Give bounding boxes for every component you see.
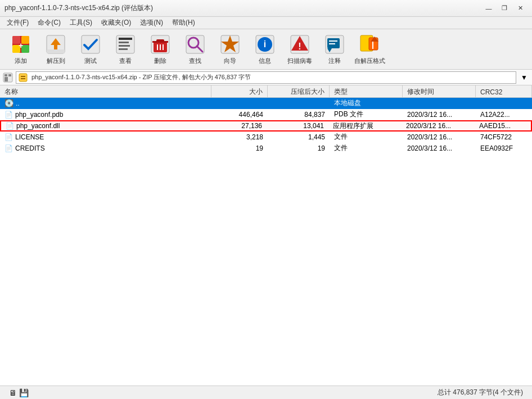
svg-rect-11 <box>119 38 132 40</box>
svg-text:i: i <box>264 39 266 49</box>
menu-options[interactable]: 选项(N) <box>136 17 168 29</box>
toolbar-comment-button[interactable]: 注释 <box>318 31 351 67</box>
menu-help[interactable]: 帮助(H) <box>168 17 200 29</box>
svg-rect-8 <box>47 49 65 53</box>
table-row[interactable]: 📄 CREDITS 19 19 文件 2020/3/12 16... EEA09… <box>0 143 532 154</box>
file-type-cell: 文件 <box>330 131 403 143</box>
status-icon-2: 💾 <box>19 388 29 397</box>
toolbar-sfx-button[interactable]: 自解压格式 <box>353 31 386 67</box>
address-dropdown-arrow[interactable]: ▼ <box>519 74 530 81</box>
col-modified[interactable]: 修改时间 <box>403 85 476 98</box>
file-name: LICENSE <box>15 133 44 141</box>
window-controls: — ❐ ✕ <box>481 3 528 14</box>
menu-file[interactable]: 文件(F) <box>2 17 33 29</box>
toolbar-find-button[interactable]: 查找 <box>179 31 211 67</box>
svg-rect-44 <box>4 74 7 76</box>
wizard-icon <box>219 33 241 56</box>
file-crc-cell: AAED15... <box>475 121 531 131</box>
extract-icon <box>44 33 67 56</box>
find-icon <box>184 33 206 56</box>
svg-text:+: + <box>19 41 23 50</box>
svg-rect-13 <box>119 45 130 47</box>
address-nav-icon <box>2 72 13 83</box>
status-icon-1: 🖥 <box>9 388 17 397</box>
archive-icon-small <box>19 73 29 82</box>
parent-icon: 💽 <box>4 99 13 107</box>
menu-favorites[interactable]: 收藏夹(O) <box>97 17 136 29</box>
delete-label: 删除 <box>154 57 166 65</box>
toolbar-test-button[interactable]: 测试 <box>74 31 107 67</box>
col-size[interactable]: 大小 <box>211 85 268 98</box>
menu-bar: 文件(F) 命令(C) 工具(S) 收藏夹(O) 选项(N) 帮助(H) <box>0 17 532 29</box>
file-modified-cell: 2020/3/12 16... <box>403 110 476 120</box>
file-list: 名称 大小 压缩后大小 类型 修改时间 CRC32 💽 .. 本地磁盘 <box>0 85 532 386</box>
file-compressed-cell <box>268 102 330 105</box>
file-size-cell <box>211 102 268 105</box>
extract-label: 解压到 <box>47 57 65 65</box>
col-compressed[interactable]: 压缩后大小 <box>268 85 330 98</box>
add-icon: + <box>10 33 32 56</box>
toolbar-add-button[interactable]: + 添加 <box>4 31 37 67</box>
toolbar-view-button[interactable]: 查看 <box>109 31 142 67</box>
table-row[interactable]: 💽 .. 本地磁盘 <box>0 98 532 109</box>
file-icon: 📄 <box>6 122 14 130</box>
scan-label: 扫描病毒 <box>287 57 312 65</box>
col-crc32[interactable]: CRC32 <box>476 85 532 98</box>
file-name: CREDITS <box>15 144 45 152</box>
status-icons: 🖥 💾 <box>9 388 429 397</box>
minimize-button[interactable]: — <box>481 3 496 14</box>
comment-icon <box>323 33 346 56</box>
svg-rect-47 <box>21 76 25 77</box>
file-name-cell: 📄 LICENSE <box>0 132 211 142</box>
table-row[interactable]: 📄 LICENSE 3,218 1,445 文件 2020/3/12 16...… <box>0 132 532 143</box>
toolbar-info-button[interactable]: i 信息 <box>249 31 281 67</box>
file-name: .. <box>16 99 20 107</box>
file-type-cell: 应用程序扩展 <box>328 120 402 132</box>
test-label: 测试 <box>84 57 97 65</box>
status-text: 总计 476,837 字节(4 个文件) <box>438 388 523 397</box>
svg-text:!: ! <box>298 42 301 51</box>
file-modified-cell: 2020/3/12 16... <box>403 132 476 142</box>
column-headers: 名称 大小 压缩后大小 类型 修改时间 CRC32 <box>0 85 532 98</box>
comment-label: 注释 <box>328 57 341 65</box>
menu-tools[interactable]: 工具(S) <box>65 17 97 29</box>
toolbar-scan-button[interactable]: ! 扫描病毒 <box>283 31 316 67</box>
toolbar: + 添加 解压到 测试 <box>0 29 532 70</box>
file-name: php_yaconf.dll <box>16 122 60 130</box>
file-type-cell: 本地磁盘 <box>330 98 403 109</box>
file-size-cell: 27,136 <box>210 121 267 131</box>
info-label: 信息 <box>259 57 271 65</box>
table-row[interactable]: 📄 php_yaconf.pdb 446,464 84,837 PDB 文件 2… <box>0 109 532 120</box>
file-size-cell: 19 <box>211 143 268 153</box>
file-crc-cell: EEA0932F <box>476 143 532 153</box>
window-title: php_yaconf-1.1.0-7.3-nts-vc15-x64.zip (评… <box>4 3 153 13</box>
col-name[interactable]: 名称 <box>0 85 211 98</box>
close-button[interactable]: ✕ <box>513 3 528 14</box>
file-compressed-cell: 19 <box>268 143 330 153</box>
file-compressed-cell: 1,445 <box>268 132 330 142</box>
title-bar: php_yaconf-1.1.0-7.3-nts-vc15-x64.zip (评… <box>0 0 532 17</box>
toolbar-wizard-button[interactable]: 向导 <box>214 31 246 67</box>
menu-command[interactable]: 命令(C) <box>33 17 65 29</box>
view-icon <box>114 33 137 56</box>
toolbar-extract-button[interactable]: 解压到 <box>39 31 72 67</box>
file-size-cell: 3,218 <box>211 132 268 142</box>
file-compressed-cell: 13,041 <box>267 121 328 131</box>
address-field[interactable]: php_yaconf-1.1.0-7.3-nts-vc15-x64.zip - … <box>16 71 516 84</box>
file-icon: 📄 <box>4 133 13 141</box>
file-icon: 📄 <box>4 111 13 119</box>
restore-button[interactable]: ❐ <box>497 3 512 14</box>
svg-rect-14 <box>119 48 128 50</box>
address-bar: php_yaconf-1.1.0-7.3-nts-vc15-x64.zip - … <box>0 70 532 85</box>
info-icon: i <box>254 33 276 56</box>
toolbar-delete-button[interactable]: 删除 <box>144 31 177 67</box>
svg-rect-18 <box>152 41 168 43</box>
status-bar: 🖥 💾 总计 476,837 字节(4 个文件) <box>0 386 532 399</box>
file-crc-cell <box>476 102 532 105</box>
add-label: 添加 <box>15 57 27 65</box>
main-content: 名称 大小 压缩后大小 类型 修改时间 CRC32 💽 .. 本地磁盘 <box>0 85 532 386</box>
table-row[interactable]: 📄 php_yaconf.dll 27,136 13,041 应用程序扩展 20… <box>0 120 532 132</box>
svg-rect-48 <box>21 78 25 79</box>
col-type[interactable]: 类型 <box>330 85 403 98</box>
svg-rect-43 <box>4 77 8 81</box>
